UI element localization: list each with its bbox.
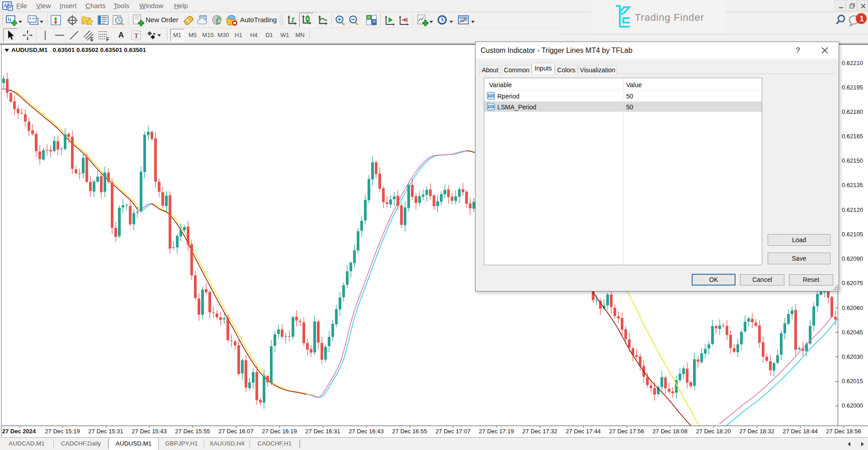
svg-text:1: 1 [860,14,864,23]
svg-text:F: F [106,37,109,42]
svg-text:123: 123 [488,104,494,109]
svg-text:T: T [134,32,139,39]
svg-text:123: 123 [488,94,494,98]
svg-text:E: E [90,37,94,42]
